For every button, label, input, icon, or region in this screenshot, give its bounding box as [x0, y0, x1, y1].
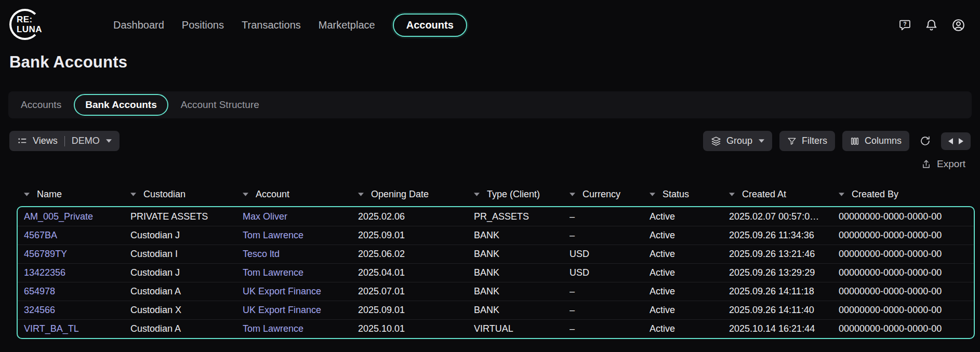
- nav-item-dashboard[interactable]: Dashboard: [113, 19, 164, 31]
- cell-currency: USD: [570, 267, 650, 278]
- cell-created-by: 00000000-0000-0000-00: [839, 211, 974, 222]
- cell-type-client: BANK: [474, 305, 570, 316]
- column-label: Currency: [582, 189, 620, 200]
- column-header-account[interactable]: Account: [243, 189, 358, 200]
- cell-currency: –: [570, 211, 650, 222]
- cell-opening-date: 2025.06.02: [358, 249, 474, 260]
- filter-funnel-icon: [787, 137, 797, 146]
- table-row[interactable]: VIRT_BA_TL Custodian A Tom Lawrence 2025…: [18, 319, 974, 338]
- column-label: Type (Client): [487, 189, 540, 200]
- cell-status: Active: [650, 286, 729, 297]
- chevron-down-icon: [106, 139, 112, 143]
- cell-type-client: BANK: [474, 286, 570, 297]
- columns-icon: [850, 137, 859, 146]
- cell-opening-date: 2025.04.01: [358, 267, 474, 278]
- cell-account-link[interactable]: Tom Lawrence: [243, 267, 358, 278]
- tab-accounts[interactable]: Accounts: [21, 99, 61, 111]
- column-header-currency[interactable]: Currency: [570, 189, 650, 200]
- tab-bank-accounts[interactable]: Bank Accounts: [74, 94, 168, 116]
- cell-status: Active: [650, 305, 729, 316]
- column-header-opening-date[interactable]: Opening Date: [358, 189, 474, 200]
- cell-name-link[interactable]: 654978: [24, 286, 130, 297]
- cell-name-link[interactable]: 4567BA: [24, 230, 130, 241]
- cell-created-by: 00000000-0000-0000-00: [839, 286, 974, 297]
- cell-opening-date: 2025.07.01: [358, 286, 474, 297]
- cell-opening-date: 2025.09.01: [358, 305, 474, 316]
- cell-name-link[interactable]: VIRT_BA_TL: [24, 323, 130, 334]
- cell-account-link[interactable]: UK Export Finance: [243, 305, 358, 316]
- group-button[interactable]: Group: [703, 131, 772, 151]
- nav-item-marketplace[interactable]: Marketplace: [319, 19, 375, 31]
- cell-type-client: VIRTUAL: [474, 323, 570, 334]
- tab-account-structure[interactable]: Account Structure: [181, 99, 259, 111]
- column-menu-icon: [130, 193, 136, 196]
- cell-currency: –: [570, 286, 650, 297]
- toolbar: Views DEMO Group Filters: [9, 131, 971, 151]
- cell-account-link[interactable]: Max Oliver: [243, 211, 358, 222]
- nav-item-transactions[interactable]: Transactions: [242, 19, 301, 31]
- cell-name-link[interactable]: 456789TY: [24, 249, 130, 260]
- views-label: Views: [33, 136, 58, 146]
- column-header-custodian[interactable]: Custodian: [130, 189, 243, 200]
- cell-custodian: Custodian X: [130, 305, 243, 316]
- column-header-name[interactable]: Name: [24, 189, 130, 200]
- help-icon[interactable]: ?: [898, 19, 911, 32]
- views-button[interactable]: Views DEMO: [9, 131, 120, 151]
- column-header-created-at[interactable]: Created At: [729, 189, 839, 200]
- brand-logo-text: RE: LUNA: [17, 15, 42, 34]
- cell-created-by: 00000000-0000-0000-00: [839, 230, 974, 241]
- cell-name-link[interactable]: 324566: [24, 305, 130, 316]
- page-next-icon[interactable]: [958, 138, 964, 145]
- cell-created-at: 2025.09.26 14:11:18: [729, 286, 839, 297]
- column-header-type-client[interactable]: Type (Client): [474, 189, 570, 200]
- column-label: Account: [256, 189, 289, 200]
- brand-logo[interactable]: RE: LUNA: [9, 7, 53, 43]
- cell-created-by: 00000000-0000-0000-00: [839, 305, 974, 316]
- column-menu-icon: [839, 193, 844, 196]
- brand-line1: RE:: [17, 15, 42, 24]
- cell-account-link[interactable]: Tom Lawrence: [243, 323, 358, 334]
- table-row[interactable]: 13422356 Custodian J Tom Lawrence 2025.0…: [18, 263, 974, 282]
- export-button[interactable]: Export: [921, 158, 965, 170]
- cell-account-link[interactable]: UK Export Finance: [243, 286, 358, 297]
- column-label: Custodian: [143, 189, 186, 200]
- nav-item-positions[interactable]: Positions: [182, 19, 224, 31]
- views-divider: [64, 136, 65, 146]
- column-menu-icon: [650, 193, 655, 196]
- cell-name-link[interactable]: AM_005_Private: [24, 211, 130, 222]
- filters-button[interactable]: Filters: [779, 131, 835, 151]
- cell-opening-date: 2025.09.01: [358, 230, 474, 241]
- cell-custodian: PRIVATE ASSETS: [130, 211, 243, 222]
- column-menu-icon: [358, 193, 364, 196]
- cell-name-link[interactable]: 13422356: [24, 267, 130, 278]
- table-row[interactable]: 456789TY Custodian I Tesco ltd 2025.06.0…: [18, 245, 974, 263]
- views-selected-value: DEMO: [72, 136, 100, 146]
- cell-custodian: Custodian I: [130, 249, 243, 260]
- cell-created-at: 2025.09.26 13:29:29: [729, 267, 839, 278]
- refresh-button[interactable]: [917, 132, 934, 150]
- cell-currency: –: [570, 305, 650, 316]
- table-row[interactable]: 324566 Custodian X UK Export Finance 202…: [18, 301, 974, 319]
- cell-custodian: Custodian A: [130, 286, 243, 297]
- cell-created-at: 2025.09.26 11:34:36: [729, 230, 839, 241]
- columns-button[interactable]: Columns: [842, 131, 909, 151]
- column-header-created-by[interactable]: Created By: [839, 189, 980, 200]
- table-row[interactable]: AM_005_Private PRIVATE ASSETS Max Oliver…: [18, 207, 974, 226]
- cell-account-link[interactable]: Tesco ltd: [243, 249, 358, 260]
- column-header-status[interactable]: Status: [650, 189, 729, 200]
- nav-item-accounts[interactable]: Accounts: [393, 13, 467, 37]
- user-avatar-icon[interactable]: [951, 18, 965, 32]
- cell-status: Active: [650, 211, 729, 222]
- column-label: Status: [663, 189, 689, 200]
- notifications-bell-icon[interactable]: [925, 19, 938, 32]
- table-row[interactable]: 4567BA Custodian J Tom Lawrence 2025.09.…: [18, 226, 974, 245]
- layers-icon: [711, 136, 721, 146]
- column-label: Created By: [852, 189, 898, 200]
- cell-opening-date: 2025.10.01: [358, 323, 474, 334]
- page-prev-icon[interactable]: [947, 138, 953, 145]
- cell-account-link[interactable]: Tom Lawrence: [243, 230, 358, 241]
- table-row[interactable]: 654978 Custodian A UK Export Finance 202…: [18, 282, 974, 301]
- page-title: Bank Accounts: [9, 52, 980, 73]
- cell-created-at: 2025.09.26 14:11:40: [729, 305, 839, 316]
- cell-created-by: 00000000-0000-0000-00: [839, 249, 974, 260]
